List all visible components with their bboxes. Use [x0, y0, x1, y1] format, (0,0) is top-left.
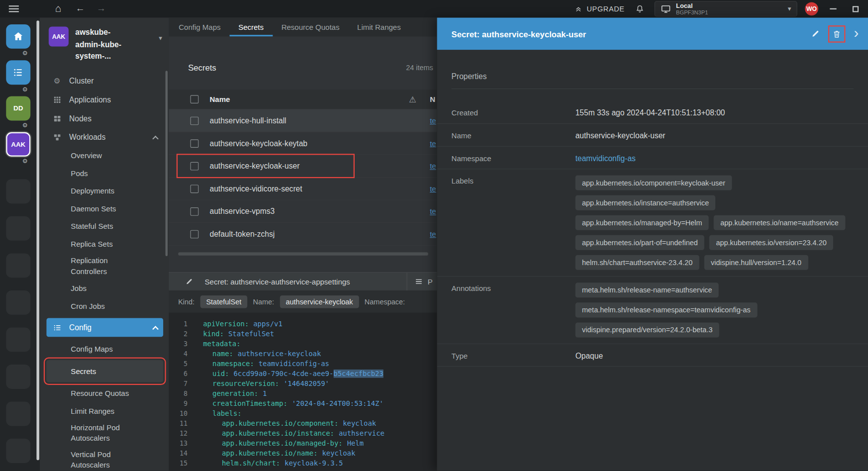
- table-row[interactable]: default-token-zchsj te: [169, 223, 437, 246]
- sidebar-item-stateful-sets[interactable]: Stateful Sets: [46, 217, 163, 235]
- annotation-chip[interactable]: meta.helm.sh/release-namespace=teamvidic…: [576, 302, 757, 317]
- upgrade-button[interactable]: UPGRADE: [574, 4, 625, 13]
- sidebar-item-jobs[interactable]: Jobs: [46, 280, 163, 297]
- rail-home-tile[interactable]: [6, 24, 30, 49]
- label-chip[interactable]: app.kubernetes.io/part-of=undefined: [576, 235, 704, 250]
- row-checkbox[interactable]: [191, 185, 199, 193]
- gear-icon[interactable]: ⚙: [22, 50, 28, 59]
- label-chip[interactable]: app.kubernetes.io/managed-by=Helm: [576, 215, 709, 230]
- sidebar-item-secrets[interactable]: Secrets: [46, 360, 163, 382]
- sidebar-item-config[interactable]: Config: [46, 318, 163, 337]
- app-window: ⌂ ← → UPGRADE Local BGPF3N3P1: [0, 0, 868, 471]
- rail-empty-slot[interactable]: [6, 216, 30, 241]
- namespace-link[interactable]: teamvidiconfig-as: [576, 153, 636, 163]
- back-icon[interactable]: ←: [73, 1, 88, 16]
- label-chip[interactable]: app.kubernetes.io/instance=authservice: [576, 195, 716, 210]
- sidebar-item-resource-quotas[interactable]: Resource Quotas: [46, 384, 163, 402]
- close-drawer-icon[interactable]: ›: [852, 25, 860, 42]
- delete-secret-icon[interactable]: [831, 27, 844, 40]
- row-checkbox[interactable]: [191, 230, 199, 238]
- table-row[interactable]: authservice-vpms3 te: [169, 200, 437, 223]
- line-number: 3: [169, 339, 194, 349]
- user-avatar[interactable]: WO: [805, 2, 818, 15]
- namespace-link[interactable]: te: [430, 185, 436, 193]
- dock-tab-title[interactable]: Secret: authservice-authservice-appsetti…: [205, 278, 350, 286]
- notifications-bell-icon[interactable]: [632, 1, 647, 16]
- sidebar-item-limit-ranges[interactable]: Limit Ranges: [46, 402, 163, 420]
- warning-column-icon[interactable]: ⚠: [409, 94, 416, 104]
- sidebar-item-config-maps[interactable]: Config Maps: [46, 340, 163, 358]
- sidebar-item-cluster[interactable]: ⚙ Cluster: [46, 72, 163, 91]
- sidebar-item-applications[interactable]: Applications: [46, 90, 163, 109]
- namespace-link[interactable]: te: [430, 207, 436, 216]
- label-chip[interactable]: helm.sh/chart=authservice-23.4.20: [576, 255, 699, 270]
- rail-empty-slot[interactable]: [6, 253, 30, 278]
- cluster-selector[interactable]: Local BGPF3N3P1 ▾: [655, 1, 797, 16]
- edit-secret-icon[interactable]: [810, 28, 822, 40]
- sidebar-item-deployments[interactable]: Deployments: [46, 182, 163, 200]
- gear-icon[interactable]: ⚙: [22, 122, 28, 131]
- minimize-button[interactable]: [826, 1, 841, 16]
- sidebar-item-daemon-sets[interactable]: Daemon Sets: [46, 200, 163, 218]
- sidebar-item-vertical-pod-autoscalers[interactable]: Vertical Pod Autoscalers: [46, 447, 163, 471]
- edit-icon[interactable]: [186, 278, 193, 285]
- rail-scrollbar[interactable]: [36, 20, 39, 460]
- tab-secrets[interactable]: Secrets: [229, 18, 273, 37]
- label-chip[interactable]: app.kubernetes.io/component=keycloak-use…: [576, 176, 732, 190]
- label-chip[interactable]: vidispine.hull/version=1.24.0: [704, 255, 808, 270]
- rail-cluster-aak-tile[interactable]: AAK: [6, 132, 30, 157]
- annotation-chip[interactable]: vidispine.prepared/version=24.2.0-beta.3: [576, 322, 719, 337]
- namespace-link[interactable]: te: [430, 162, 436, 170]
- column-namespace[interactable]: N: [430, 95, 435, 103]
- sidebar-item-replica-sets[interactable]: Replica Sets: [46, 235, 163, 253]
- column-name[interactable]: Name: [210, 95, 230, 103]
- horizontal-scrollbar[interactable]: [178, 252, 428, 256]
- rail-empty-slot[interactable]: [6, 439, 30, 463]
- selected-text: b5c4ecfbcb23: [333, 370, 383, 378]
- namespace-link[interactable]: te: [430, 116, 436, 125]
- table-row-keycloak-user[interactable]: authservice-keycloak-user te: [169, 155, 437, 178]
- gear-icon[interactable]: ⚙: [22, 158, 28, 167]
- sidebar-item-workloads[interactable]: Workloads: [46, 128, 163, 147]
- rail-empty-slot[interactable]: [6, 179, 30, 203]
- rail-empty-slot[interactable]: [6, 401, 30, 426]
- tab-config-maps[interactable]: Config Maps: [170, 18, 229, 37]
- rail-empty-slot[interactable]: [6, 365, 30, 389]
- property-row-labels: Labels app.kubernetes.io/component=keycl…: [437, 169, 868, 277]
- row-checkbox[interactable]: [191, 116, 199, 125]
- table-row[interactable]: authservice-vidicore-secret te: [169, 178, 437, 200]
- yaml-editor[interactable]: 1apiVersion:apps/v1 2kind:StatefulSet 3m…: [169, 312, 437, 471]
- maximize-button[interactable]: [848, 1, 863, 16]
- select-all-checkbox[interactable]: [191, 95, 199, 103]
- dock-tab-pod[interactable]: P: [406, 273, 437, 290]
- label-chip[interactable]: app.kubernetes.io/version=23.4.20: [709, 235, 833, 250]
- sidebar-item-horizontal-pod-autoscalers[interactable]: Horizontal Pod Autoscalers: [46, 420, 163, 446]
- rail-empty-slot[interactable]: [6, 290, 30, 315]
- cluster-header[interactable]: AAK awskube-admin-kube-system-... ▾: [46, 25, 163, 67]
- label-chip[interactable]: app.kubernetes.io/name=authservice: [714, 215, 845, 230]
- home-icon[interactable]: ⌂: [51, 1, 65, 16]
- sidebar-item-replication-controllers[interactable]: Replication Controllers: [46, 253, 163, 279]
- rail-empty-slot[interactable]: [6, 327, 30, 352]
- tab-resource-quotas[interactable]: Resource Quotas: [273, 18, 348, 37]
- tab-limit-ranges[interactable]: Limit Ranges: [348, 18, 409, 37]
- sidebar-item-pods[interactable]: Pods: [46, 164, 163, 182]
- annotation-chip[interactable]: meta.helm.sh/release-name=authservice: [576, 283, 719, 297]
- namespace-link[interactable]: te: [430, 230, 436, 238]
- rail-catalog-tile[interactable]: [6, 60, 30, 85]
- table-row[interactable]: authservice-keycloak-keytab te: [169, 132, 437, 155]
- row-checkbox[interactable]: [191, 162, 199, 170]
- forward-icon[interactable]: →: [94, 1, 108, 16]
- sidebar-item-cron-jobs[interactable]: Cron Jobs: [46, 297, 163, 315]
- row-checkbox[interactable]: [191, 139, 199, 148]
- menu-icon[interactable]: [9, 5, 19, 12]
- gear-icon[interactable]: ⚙: [22, 87, 28, 95]
- sidebar-item-overview[interactable]: Overview: [46, 147, 163, 165]
- sidebar-scrollbar[interactable]: [166, 71, 168, 256]
- sidebar-item-nodes[interactable]: Nodes: [46, 109, 163, 128]
- line-number: 1: [169, 319, 194, 329]
- row-checkbox[interactable]: [191, 207, 199, 216]
- rail-cluster-dd-tile[interactable]: DD: [6, 96, 30, 121]
- table-row[interactable]: authservice-hull-install te: [169, 109, 437, 132]
- namespace-link[interactable]: te: [430, 139, 436, 148]
